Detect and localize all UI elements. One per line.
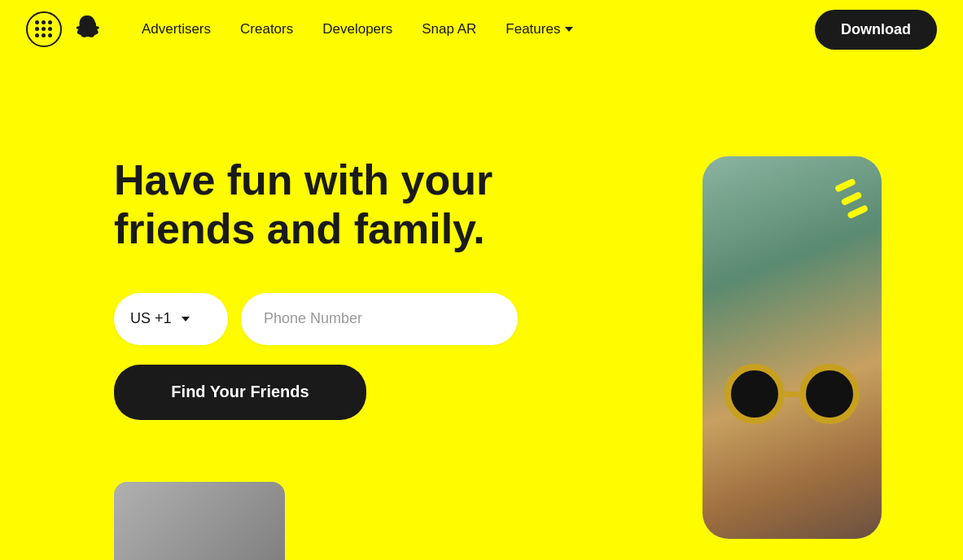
nav-links: Advertisers Creators Developers Snap AR … <box>129 15 808 44</box>
sunglass-bridge <box>785 392 799 397</box>
find-friends-button[interactable]: Find Your Friends <box>114 365 366 420</box>
accent-dash-1 <box>834 178 856 193</box>
nav-advertisers[interactable]: Advertisers <box>129 15 224 44</box>
ar-sunglasses-overlay <box>724 364 860 424</box>
phone-screen-image <box>703 156 882 539</box>
accent-dash-3 <box>847 204 869 219</box>
hero-content: Have fun with your friends and family. U… <box>114 107 668 420</box>
country-selector[interactable]: US +1 <box>114 293 228 345</box>
left-sunglass-lens <box>724 364 785 424</box>
hero-section: Have fun with your friends and family. U… <box>0 59 963 560</box>
accent-dash-2 <box>841 191 863 206</box>
phone-input-row: US +1 <box>114 293 668 345</box>
phone-frame <box>703 156 882 539</box>
bottom-card-image <box>114 482 285 560</box>
bottom-card-peek <box>114 482 285 560</box>
nav-creators[interactable]: Creators <box>227 15 306 44</box>
nav-snap-ar[interactable]: Snap AR <box>409 15 489 44</box>
download-button[interactable]: Download <box>815 10 937 50</box>
grid-menu-button[interactable] <box>26 11 62 47</box>
navbar: Advertisers Creators Developers Snap AR … <box>0 0 963 59</box>
hero-title: Have fun with your friends and family. <box>114 156 570 254</box>
right-sunglass-lens <box>799 364 860 424</box>
nav-brand <box>26 11 103 47</box>
country-chevron-icon <box>182 317 190 322</box>
phone-number-input[interactable] <box>241 293 518 345</box>
phone-mockup <box>703 156 882 539</box>
accent-dashes-group <box>834 178 869 220</box>
snapchat-logo-icon <box>72 14 103 45</box>
chevron-down-icon <box>565 27 573 32</box>
country-code-label: US +1 <box>130 310 172 327</box>
grid-icon <box>35 20 53 38</box>
nav-developers[interactable]: Developers <box>309 15 405 44</box>
nav-features[interactable]: Features <box>492 15 586 44</box>
